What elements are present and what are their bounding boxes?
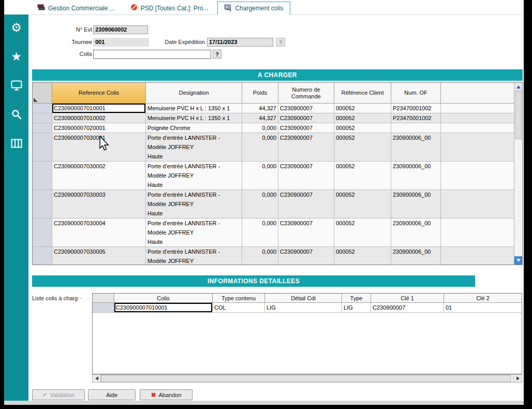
table-row[interactable]: C230900007030003Porte d'entrée LANNISTER… [33, 190, 514, 218]
cell-commande[interactable]: C230900007 [278, 133, 334, 162]
cell-designation[interactable]: Porte d'entrée LANNISTER - Modèle JOFFRE… [146, 218, 242, 247]
cell-reference[interactable]: C230900007030004 [52, 218, 146, 247]
cell-commande[interactable]: C230900007 [278, 104, 334, 113]
cell-poids[interactable]: 0,000 [242, 162, 278, 190]
cell-ref-client[interactable]: 000052 [334, 123, 391, 133]
column-header-poids[interactable]: Poids [242, 83, 278, 104]
table-row[interactable]: C230900007030002Porte d'entrée LANNISTER… [33, 162, 514, 190]
abandon-button[interactable]: ✖ Abandon [140, 389, 193, 400]
cell-reference[interactable]: C230900007030002 [52, 162, 146, 190]
cell-designation[interactable]: Porte d'entrée LANNISTER - Modèle JOFFRE… [146, 162, 242, 190]
cell-designation[interactable]: Porte d'entrée LANNISTER - Modèle JOFFRE… [146, 247, 242, 265]
column-header-colis[interactable]: Colis [114, 294, 213, 303]
vertical-scrollbar[interactable] [514, 83, 522, 265]
cell-designation[interactable]: Porte d'entrée LANNISTER - Modèle JOFFRE… [146, 190, 242, 218]
cell-designation[interactable]: Menuiserie PVC H x L : 1350 x 1 [146, 113, 242, 123]
cell-cle1[interactable]: C230900007 [371, 303, 444, 313]
cell-ref-client[interactable]: 000052 [334, 190, 391, 218]
column-header-type[interactable]: Type [342, 294, 371, 303]
cell-cle2[interactable]: 01 [444, 303, 522, 313]
cell-commande[interactable]: C230900007 [278, 123, 334, 133]
table-row[interactable]: C230900007020001Poignée Chrome0,000C2309… [33, 123, 514, 133]
cell-colis[interactable]: C230900007010001 [114, 303, 213, 313]
column-header-detail-cdi[interactable]: Détail Cdi [265, 294, 342, 303]
cell-num-of[interactable]: 230900006_00 [391, 218, 441, 247]
select-all-corner[interactable] [33, 83, 52, 104]
validation-button[interactable]: ✔ Validation [32, 389, 85, 400]
scroll-down-button[interactable] [514, 256, 522, 265]
row-selector-cell[interactable] [33, 162, 52, 190]
cell-type[interactable]: LIG [342, 303, 371, 313]
cell-designation[interactable]: Porte d'entrée LANNISTER - Modèle JOFFRE… [146, 133, 242, 162]
cell-commande[interactable]: C230900007 [278, 190, 334, 218]
aide-button[interactable]: Aide [88, 389, 136, 400]
column-header-reference-client[interactable]: Référence Client [334, 83, 391, 104]
cell-designation[interactable]: Poignée Chrome [146, 123, 242, 133]
cell-ref-client[interactable]: 000052 [334, 162, 391, 190]
date-help-button[interactable]: ? [276, 38, 285, 47]
row-selector-cell[interactable] [33, 190, 52, 218]
table-row[interactable]: C230900007010001COLLIGLIGC23090000701 [93, 303, 522, 313]
row-selector-cell[interactable] [33, 218, 52, 247]
scroll-up-button[interactable] [514, 83, 522, 91]
cell-type-contenu[interactable]: COL [213, 303, 265, 313]
cell-reference[interactable]: C230900007030005 [52, 247, 146, 265]
search-icon[interactable] [10, 108, 23, 121]
row-selector-cell[interactable] [33, 133, 52, 162]
row-selector-cell[interactable] [33, 247, 52, 265]
cell-poids[interactable]: 44,327 [242, 104, 278, 113]
table-row[interactable]: C230900007010001Menuiserie PVC H x L : 1… [33, 104, 514, 113]
horizontal-scrollbar[interactable] [92, 374, 522, 383]
cell-detail-cdi[interactable]: LIG [265, 303, 342, 313]
cell-ref-client[interactable]: 000052 [334, 113, 391, 123]
column-header-cle2[interactable]: Clé 2 [444, 294, 522, 303]
column-header-type-contenu[interactable]: Type contenu [213, 294, 265, 303]
cell-reference[interactable]: C230900007010001 [52, 104, 146, 113]
cell-ref-client[interactable]: 000052 [334, 104, 391, 113]
cell-reference[interactable]: C230900007030001 [52, 133, 146, 162]
cell-num-of[interactable]: 230900006_00 [391, 247, 441, 265]
detail-select-corner[interactable] [93, 294, 114, 303]
cell-poids[interactable]: 0,000 [242, 133, 278, 162]
cell-num-of[interactable]: 230900006_00 [391, 190, 441, 218]
column-header-designation[interactable]: Designation [146, 83, 242, 104]
cell-poids[interactable]: 44,327 [242, 113, 278, 123]
cell-poids[interactable]: 0,000 [242, 218, 278, 247]
cell-num-of[interactable]: P23470001002 [391, 104, 441, 113]
cell-reference[interactable]: C230900007030003 [52, 190, 146, 218]
table-row[interactable]: C230900007030005Porte d'entrée LANNISTER… [33, 247, 514, 265]
table-row[interactable]: C230900007010002Menuiserie PVC H x L : 1… [33, 113, 514, 123]
cell-commande[interactable]: C230900007 [278, 162, 334, 190]
cell-designation[interactable]: Menuiserie PVC H x L : 1350 x 1 [146, 104, 242, 113]
cell-commande[interactable]: C230900007 [278, 247, 334, 265]
column-header-cle1[interactable]: Clé 1 [371, 294, 444, 303]
cell-poids[interactable]: 0,000 [242, 190, 278, 218]
star-icon[interactable]: ★ [10, 50, 23, 63]
column-header-numero-commande[interactable]: Numero de Commande [278, 83, 334, 104]
colis-help-button[interactable]: ? [213, 50, 221, 59]
cell-reference[interactable]: C230900007020001 [52, 123, 146, 133]
cell-commande[interactable]: C230900007 [278, 218, 334, 247]
tab-gestion-commerciale[interactable]: Gestion Commerciale ... [31, 2, 121, 14]
cell-poids[interactable]: 0,000 [242, 247, 278, 265]
tab-chargement-colis[interactable]: Chargement colis [217, 2, 290, 15]
row-selector-cell[interactable] [33, 113, 52, 123]
row-selector-cell[interactable] [33, 104, 52, 113]
table-row[interactable]: C230900007030004Porte d'entrée LANNISTER… [33, 218, 514, 247]
column-header-num-of[interactable]: Num. OF [391, 83, 441, 104]
columns-icon[interactable] [10, 137, 23, 150]
cell-commande[interactable]: C230900007 [278, 113, 334, 123]
table-row[interactable]: C230900007030001Porte d'entrée LANNISTER… [33, 133, 514, 162]
cell-num-of[interactable]: P23470001002 [391, 113, 441, 123]
cell-num-of[interactable]: 230900006_00 [391, 162, 441, 190]
cell-ref-client[interactable]: 000052 [334, 133, 391, 162]
cell-num-of[interactable] [391, 123, 441, 133]
tab-psd[interactable]: PSD [Toutes Cat.]: Pro... [124, 2, 215, 14]
scroll-left-button[interactable] [93, 375, 101, 382]
colis-input[interactable] [93, 50, 211, 59]
gear-icon[interactable]: ⚙ [10, 21, 23, 34]
horizontal-scroll-thumb[interactable] [101, 375, 511, 382]
vertical-scroll-thumb[interactable] [515, 92, 522, 139]
cell-num-of[interactable]: 230900006_00 [391, 133, 441, 162]
cell-ref-client[interactable]: 000052 [334, 247, 391, 265]
